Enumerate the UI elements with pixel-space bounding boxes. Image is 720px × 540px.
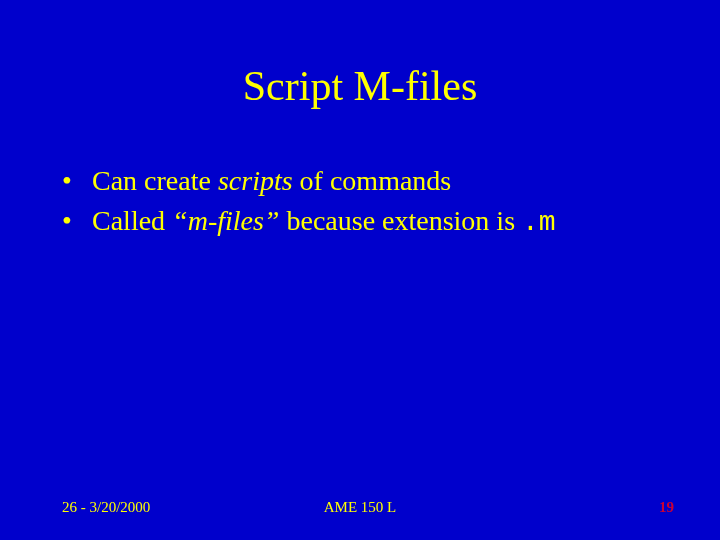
bullet-dot: • [62, 162, 92, 200]
bullet-text: Can create scripts of commands [92, 162, 451, 200]
text-run: because extension is [279, 205, 522, 236]
slide: Script M-files • Can create scripts of c… [0, 0, 720, 540]
text-italic: scripts [218, 165, 293, 196]
bullet-item: • Called “m-files” because extension is … [62, 202, 680, 242]
bullet-dot: • [62, 202, 92, 240]
text-italic: “m-files” [172, 205, 279, 236]
text-mono: .m [522, 207, 556, 238]
footer-page-number: 19 [659, 499, 674, 516]
bullet-text: Called “m-files” because extension is .m [92, 202, 556, 242]
bullet-list: • Can create scripts of commands • Calle… [62, 162, 680, 244]
text-run: Called [92, 205, 172, 236]
text-run: of commands [293, 165, 452, 196]
slide-title: Script M-files [0, 62, 720, 110]
footer-course: AME 150 L [0, 499, 720, 516]
text-run: Can create [92, 165, 218, 196]
bullet-item: • Can create scripts of commands [62, 162, 680, 200]
